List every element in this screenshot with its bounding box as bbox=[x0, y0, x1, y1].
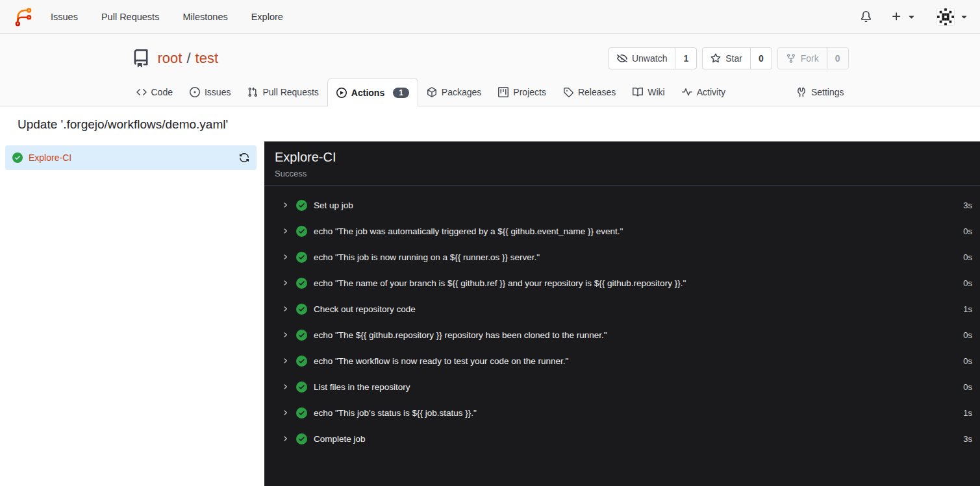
tab-code[interactable]: Code bbox=[128, 78, 181, 106]
unwatch-button[interactable]: Unwatch bbox=[609, 48, 675, 69]
step-row[interactable]: echo "The name of your branch is ${{ git… bbox=[264, 270, 980, 296]
jobs-sidebar: Explore-CI bbox=[0, 141, 264, 486]
bell-icon bbox=[861, 11, 872, 22]
repo-owner-link[interactable]: root bbox=[158, 50, 182, 67]
chevron-right-icon bbox=[281, 279, 289, 287]
tab-activity[interactable]: Activity bbox=[673, 78, 734, 106]
tab-packages[interactable]: Packages bbox=[418, 78, 490, 106]
forgejo-logo-icon[interactable] bbox=[13, 6, 34, 27]
star-button-group: Star 0 bbox=[702, 47, 772, 69]
check-circle-icon bbox=[12, 152, 23, 163]
fork-button[interactable]: Fork bbox=[778, 48, 827, 69]
tab-label: Projects bbox=[513, 87, 546, 97]
tab-label: Code bbox=[151, 87, 173, 97]
tab-label: Actions bbox=[351, 88, 384, 98]
tab-pull-requests[interactable]: Pull Requests bbox=[239, 78, 327, 106]
navbar-right bbox=[861, 8, 970, 26]
step-duration: 0s bbox=[963, 278, 972, 288]
breadcrumb-separator: / bbox=[186, 50, 190, 67]
nav-item[interactable]: Milestones bbox=[182, 12, 227, 22]
step-name: List files in the repository bbox=[314, 382, 410, 392]
nav-item[interactable]: Explore bbox=[251, 12, 283, 22]
unwatch-button-group: Unwatch 1 bbox=[609, 47, 697, 69]
job-status: Success bbox=[275, 169, 970, 178]
main-nav: Issues Pull Requests Milestones Explore bbox=[51, 12, 283, 22]
step-row[interactable]: Set up job 3s bbox=[264, 192, 980, 218]
repo-action-buttons: Unwatch 1 Star 0 Fork 0 bbox=[609, 47, 849, 69]
tab-projects[interactable]: Projects bbox=[490, 78, 555, 106]
chevron-right-icon bbox=[281, 357, 289, 365]
forks-count[interactable]: 0 bbox=[827, 48, 848, 69]
user-menu-button[interactable] bbox=[936, 8, 970, 26]
job-log-header: Explore-CI Success bbox=[264, 141, 980, 186]
step-row[interactable]: echo "This job is now running on a ${{ r… bbox=[264, 244, 980, 270]
star-icon bbox=[710, 53, 721, 64]
tab-label: Settings bbox=[811, 87, 844, 97]
check-circle-icon bbox=[296, 252, 307, 263]
star-button[interactable]: Star bbox=[703, 48, 750, 69]
actions-count-badge: 1 bbox=[393, 88, 409, 98]
step-duration: 1s bbox=[963, 304, 972, 314]
check-circle-icon bbox=[296, 356, 307, 367]
check-circle-icon bbox=[296, 304, 307, 315]
tab-label: Activity bbox=[697, 87, 725, 97]
step-duration: 1s bbox=[963, 408, 972, 418]
step-row[interactable]: echo "The workflow is now ready to test … bbox=[264, 348, 980, 374]
repo-header: root / test Unwatch 1 Star 0 bbox=[0, 34, 980, 106]
step-duration: 3s bbox=[963, 434, 972, 444]
check-circle-icon bbox=[296, 382, 307, 393]
repo-breadcrumb: root / test bbox=[158, 50, 219, 67]
chevron-right-icon bbox=[281, 409, 289, 417]
project-icon bbox=[498, 87, 509, 97]
tab-label: Issues bbox=[205, 87, 231, 97]
step-duration: 0s bbox=[963, 382, 972, 392]
step-row[interactable]: echo "The job was automatically triggere… bbox=[264, 218, 980, 244]
job-name: Explore-CI bbox=[29, 152, 71, 163]
sidebar-job-explore-ci[interactable]: Explore-CI bbox=[5, 145, 257, 170]
check-circle-icon bbox=[296, 200, 307, 211]
code-icon bbox=[136, 87, 147, 97]
unwatch-label: Unwatch bbox=[632, 53, 667, 64]
refresh-icon[interactable] bbox=[239, 152, 249, 163]
star-label: Star bbox=[725, 53, 742, 64]
repo-tabs-strip: Code Issues Pull Requests Actions 1 Pack… bbox=[0, 78, 980, 106]
watchers-count[interactable]: 1 bbox=[675, 48, 696, 69]
notifications-button[interactable] bbox=[861, 11, 872, 22]
tab-actions[interactable]: Actions 1 bbox=[327, 78, 418, 106]
repo-name-link[interactable]: test bbox=[195, 50, 218, 67]
step-row[interactable]: Check out repository code 1s bbox=[264, 296, 980, 322]
tab-releases[interactable]: Releases bbox=[555, 78, 624, 106]
fork-label: Fork bbox=[801, 53, 819, 64]
nav-item[interactable]: Pull Requests bbox=[101, 12, 159, 22]
play-circle-icon bbox=[336, 88, 347, 98]
tab-label: Pull Requests bbox=[262, 87, 318, 97]
chevron-right-icon bbox=[281, 305, 289, 313]
chevron-right-icon bbox=[281, 253, 289, 261]
step-name: Check out repository code bbox=[314, 304, 416, 314]
step-row[interactable]: echo "The ${{ github.repository }} repos… bbox=[264, 322, 980, 348]
step-name: Set up job bbox=[314, 200, 353, 210]
repo-title-row: root / test Unwatch 1 Star 0 bbox=[121, 39, 859, 78]
stars-count[interactable]: 0 bbox=[750, 48, 772, 69]
repo-icon bbox=[132, 49, 150, 67]
steps-list: Set up job 3s echo "The job was automati… bbox=[264, 186, 980, 457]
tab-wiki[interactable]: Wiki bbox=[624, 78, 673, 106]
step-name: echo "The workflow is now ready to test … bbox=[314, 356, 568, 366]
repo-tabs: Code Issues Pull Requests Actions 1 Pack… bbox=[121, 78, 859, 106]
step-row[interactable]: Complete job 3s bbox=[264, 426, 980, 452]
chevron-right-icon bbox=[281, 201, 289, 209]
step-duration: 0s bbox=[963, 226, 972, 236]
step-duration: 0s bbox=[963, 356, 972, 366]
top-navbar: Issues Pull Requests Milestones Explore bbox=[0, 0, 980, 34]
fork-button-group: Fork 0 bbox=[777, 47, 849, 69]
nav-item[interactable]: Issues bbox=[51, 12, 78, 22]
step-row[interactable]: List files in the repository 0s bbox=[264, 374, 980, 400]
user-avatar bbox=[936, 8, 955, 26]
package-icon bbox=[427, 87, 437, 97]
tab-issues[interactable]: Issues bbox=[181, 78, 239, 106]
step-name: echo "This job is now running on a ${{ r… bbox=[314, 252, 540, 262]
create-new-button[interactable] bbox=[891, 11, 917, 22]
tab-settings[interactable]: Settings bbox=[788, 78, 853, 106]
page-title: Update '.forgejo/workflows/demo.yaml' bbox=[18, 117, 980, 132]
step-row[interactable]: echo "This job's status is ${{ job.statu… bbox=[264, 400, 980, 426]
